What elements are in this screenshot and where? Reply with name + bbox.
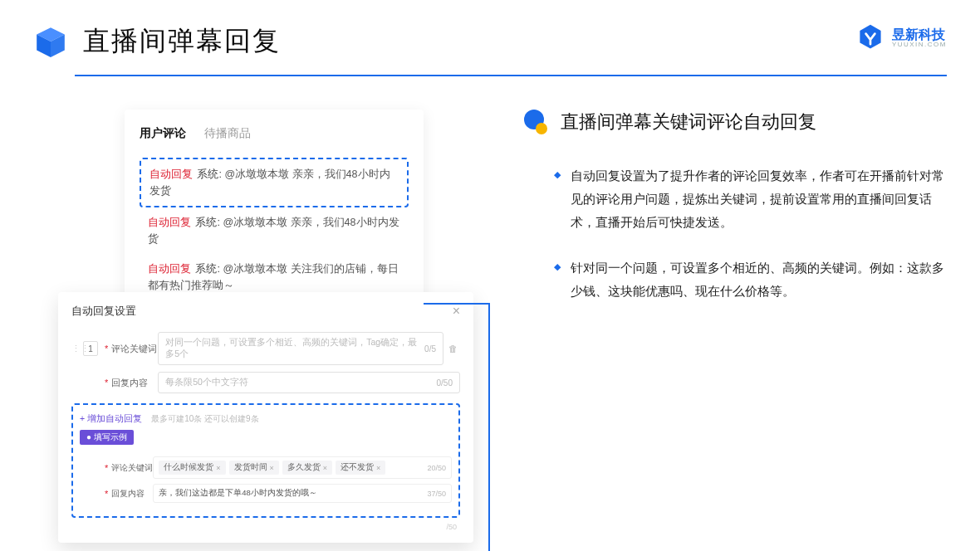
chip[interactable]: 多久发货×	[282, 461, 332, 475]
connector-line	[488, 303, 490, 551]
bullet-item: 自动回复设置为了提升作者的评论回复效率，作者可在开播前针对常见的评论用户问题，提…	[554, 164, 947, 233]
brand-logo: 昱新科技 YUUXIN.COM	[855, 23, 947, 53]
system-label: 系统:	[197, 168, 221, 180]
reply-placeholder: 每条限50个中文字符	[165, 377, 248, 388]
add-auto-reply-link[interactable]: + 增加自动回复	[80, 413, 142, 423]
section-title: 直播间弹幕关键词评论自动回复	[561, 110, 816, 134]
ex-reply-text: 亲，我们这边都是下单48小时内发货的哦～	[159, 488, 317, 499]
chip[interactable]: 发货时间×	[229, 461, 279, 475]
required-mark: *	[105, 378, 108, 388]
chip-remove-icon[interactable]: ×	[216, 464, 220, 472]
comment-item: 自动回复 系统: @冰墩墩本墩 亲亲，我们48小时内发货	[140, 207, 409, 254]
ex-keyword-count: 20/50	[427, 464, 446, 472]
system-label: 系统:	[195, 263, 219, 275]
close-icon[interactable]: ×	[453, 304, 460, 319]
ghost-count: /50	[446, 523, 457, 531]
chip[interactable]: 什么时候发货×	[159, 461, 225, 475]
add-hint: 最多可建10条 还可以创建9条	[151, 414, 258, 423]
keyword-placeholder: 对同一个问题，可设置多个相近、高频的关键词，Tag确定，最多5个	[165, 337, 424, 360]
keyword-input[interactable]: 对同一个问题，可设置多个相近、高频的关键词，Tag确定，最多5个 0/5	[158, 332, 443, 365]
required-mark: *	[105, 463, 108, 473]
required-mark: *	[105, 344, 108, 354]
system-label: 系统:	[195, 217, 219, 228]
drag-handle-icon[interactable]: ⋮⋮	[71, 344, 80, 354]
brand-name-en: YUUXIN.COM	[892, 41, 947, 49]
keyword-count: 0/5	[424, 344, 436, 354]
settings-title: 自动回复设置	[71, 304, 136, 319]
settings-card: 自动回复设置 × ⋮⋮ 1 * 评论关键词 对同一个问题，可设置多个相近、高频的…	[58, 292, 473, 543]
bullet-item: 针对同一个问题，可设置多个相近的、高频的关键词。例如：这款多少钱、这块能优惠吗、…	[554, 256, 947, 303]
left-column: 用户评论 待播商品 自动回复 系统: @冰墩墩本墩 亲亲，我们48小时内发货 自…	[58, 110, 458, 326]
required-mark: *	[105, 489, 108, 499]
example-badge: ● 填写示例	[80, 430, 134, 445]
ex-keyword-label: 评论关键词	[111, 462, 153, 474]
chip[interactable]: 还不发货×	[336, 461, 385, 475]
bubble-icon	[524, 110, 549, 134]
trash-icon[interactable]: 🗑	[448, 344, 460, 354]
reply-input[interactable]: 每条限50个中文字符 0/50	[158, 372, 460, 393]
keyword-label: 评论关键词	[111, 343, 158, 355]
right-column: 直播间弹幕关键词评论自动回复 自动回复设置为了提升作者的评论回复效率，作者可在开…	[524, 110, 947, 326]
auto-reply-tag: 自动回复	[148, 217, 191, 228]
chip-remove-icon[interactable]: ×	[270, 464, 274, 472]
chips-container: 什么时候发货× 发货时间× 多久发货× 还不发货×	[159, 461, 427, 475]
page-title: 直播间弹幕回复	[83, 23, 281, 60]
reply-count: 0/50	[437, 378, 453, 388]
cube-icon	[33, 24, 68, 59]
ex-reply-label: 回复内容	[111, 488, 153, 500]
rule-number: 1	[83, 341, 98, 356]
chip-remove-icon[interactable]: ×	[376, 464, 380, 472]
auto-reply-tag: 自动回复	[148, 263, 191, 275]
ex-reply-count: 37/50	[427, 490, 446, 498]
tab-pending-goods[interactable]: 待播商品	[204, 126, 251, 144]
reply-label: 回复内容	[111, 377, 158, 389]
brand-name-cn: 昱新科技	[892, 27, 947, 42]
tab-user-comments[interactable]: 用户评论	[140, 126, 186, 144]
chip-remove-icon[interactable]: ×	[323, 464, 327, 472]
example-box: + 增加自动回复 最多可建10条 还可以创建9条 ● 填写示例 * 评论关键词 …	[71, 403, 460, 518]
ex-reply-input[interactable]: 亲，我们这边都是下单48小时内发货的哦～ 37/50	[153, 484, 452, 503]
ex-keyword-input[interactable]: 什么时候发货× 发货时间× 多久发货× 还不发货× 20/50	[153, 456, 452, 479]
auto-reply-tag: 自动回复	[149, 168, 193, 180]
highlighted-comment: 自动回复 系统: @冰墩墩本墩 亲亲，我们48小时内发货	[140, 158, 409, 207]
